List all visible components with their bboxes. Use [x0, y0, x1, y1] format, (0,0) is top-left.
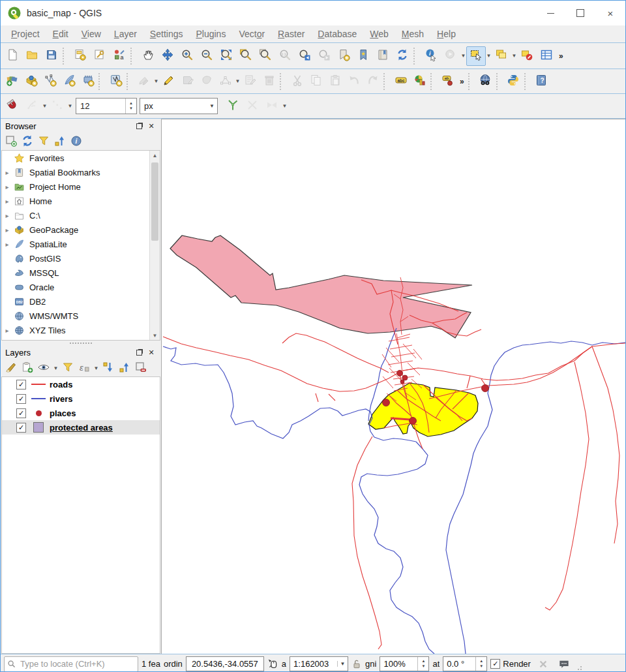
delete-selected-button[interactable] [260, 72, 278, 91]
topological-editing-button[interactable] [223, 97, 243, 116]
scrollbar-thumb[interactable] [151, 162, 158, 241]
expander-icon[interactable]: ▸ [2, 183, 12, 191]
select-features-dropdown-icon[interactable]: ▼ [486, 53, 492, 59]
select-by-form-dropdown-icon[interactable]: ▼ [511, 53, 517, 59]
scrollbar-track[interactable] [150, 160, 160, 331]
locator-input[interactable] [19, 658, 138, 669]
browser-float-button[interactable] [134, 121, 144, 130]
browser-item-favorites[interactable]: Favorites [2, 151, 160, 165]
browser-item-postgis[interactable]: PostGIS [2, 251, 160, 266]
browser-item-spatial-bookmarks[interactable]: ▸Spatial Bookmarks [2, 165, 160, 179]
identify-features-button[interactable]: i [421, 46, 441, 66]
open-layer-styling-button[interactable] [4, 361, 18, 375]
map-canvas[interactable] [161, 119, 625, 654]
remove-layer-button[interactable] [134, 361, 148, 375]
cut-features-button[interactable] [288, 72, 306, 91]
browser-item-wms-wmts[interactable]: WMS/WMTS [2, 309, 160, 323]
layers-close-button[interactable]: ✕ [146, 348, 156, 357]
menu-view[interactable]: View [75, 27, 108, 41]
save-project-button[interactable] [42, 46, 61, 66]
maximize-button[interactable] [565, 1, 595, 25]
highlight-pinned-labels-button[interactable]: ab [438, 72, 457, 91]
coordinate-box[interactable]: 20.5436,-34.0557 [186, 656, 264, 671]
menu-project[interactable]: Project [5, 27, 46, 41]
browser-add-layers-button[interactable] [4, 134, 18, 149]
zoom-to-selection-button[interactable] [236, 46, 256, 66]
snapping-tolerance-spinbox[interactable]: 12 ▲▼ [76, 98, 137, 114]
vertex-tool-dropdown-icon[interactable]: ▼ [235, 78, 241, 84]
browser-close-button[interactable]: ✕ [146, 121, 156, 130]
menu-raster[interactable]: Raster [271, 27, 311, 41]
menu-vector[interactable]: Vector [232, 27, 271, 41]
browser-item-home[interactable]: ▸Home [2, 194, 160, 208]
snapping-mode-button[interactable] [22, 97, 42, 116]
pan-to-selection-button[interactable] [158, 46, 177, 66]
close-button[interactable]: × [595, 1, 625, 25]
layers-float-button[interactable] [134, 348, 144, 357]
snapping-type-dropdown-icon[interactable]: ▼ [67, 103, 73, 109]
zoom-out-button[interactable] [197, 46, 216, 66]
messages-icon[interactable] [558, 659, 570, 669]
menu-help[interactable]: Help [430, 27, 462, 41]
expander-icon[interactable]: ▸ [2, 226, 12, 234]
select-by-form-button[interactable] [492, 46, 511, 66]
layer-visibility-checkbox[interactable]: ✓ [16, 394, 26, 404]
layer-diagram-button[interactable] [410, 72, 429, 91]
scroll-up-icon[interactable]: ▲ [153, 151, 158, 160]
resize-grip[interactable] [574, 665, 582, 672]
browser-item-project-home[interactable]: ▸Project Home [2, 179, 160, 194]
expander-icon[interactable]: ▸ [2, 212, 12, 219]
help-contents-button[interactable]: ? [532, 72, 551, 91]
zoom-native-button[interactable]: 1:1 [275, 46, 295, 66]
layer-visibility-checkbox[interactable]: ✓ [16, 408, 26, 418]
minimize-button[interactable] [535, 1, 565, 25]
expand-all-button[interactable] [101, 361, 115, 375]
modify-attributes-button[interactable] [241, 72, 260, 91]
zoom-next-button[interactable] [314, 46, 334, 66]
new-geopackage-button[interactable] [22, 72, 40, 91]
zoom-full-button[interactable] [216, 46, 236, 66]
zoom-in-button[interactable] [177, 46, 197, 66]
run-feature-action-button[interactable] [441, 46, 460, 66]
data-source-manager-button[interactable] [3, 72, 22, 91]
snapping-mode-dropdown-icon[interactable]: ▼ [42, 103, 48, 109]
new-spatial-bookmark-button[interactable] [334, 46, 353, 66]
enable-tracing-button[interactable] [262, 97, 282, 116]
filter-by-expression-button[interactable]: ε [77, 361, 91, 375]
menu-settings[interactable]: Settings [143, 27, 190, 41]
zoom-last-button[interactable] [295, 46, 314, 66]
expander-icon[interactable]: ▸ [2, 241, 12, 248]
toolbar-overflow-2-button[interactable]: » [457, 77, 467, 86]
show-layout-manager-button[interactable] [90, 46, 110, 66]
browser-item-c[interactable]: ▸C:\ [2, 208, 160, 222]
pan-map-button[interactable] [138, 46, 158, 66]
snapping-tolerance-stepper[interactable]: ▲▼ [125, 99, 136, 114]
menu-layer[interactable]: Layer [108, 27, 143, 41]
show-bookmark-manager-button[interactable] [373, 46, 393, 66]
magnifier-spinbox[interactable]: 100% ▲▼ [380, 656, 429, 671]
rotation-stepper[interactable]: ▲▼ [475, 657, 486, 671]
collapse-all-button[interactable] [117, 361, 132, 375]
layer-item-rivers[interactable]: ✓rivers [2, 391, 160, 406]
menu-database[interactable]: Database [311, 27, 363, 41]
expander-icon[interactable]: ▸ [2, 327, 12, 334]
browser-refresh-button[interactable] [20, 134, 35, 149]
manage-visibility-button[interactable] [37, 361, 51, 375]
vertex-tool-button[interactable] [216, 72, 235, 91]
toolbar-overflow-1-button[interactable]: » [556, 52, 566, 61]
layer-visibility-checkbox[interactable]: ✓ [16, 380, 26, 389]
lock-scale-icon[interactable] [351, 659, 362, 669]
expander-icon[interactable]: ▸ [2, 169, 12, 176]
render-checkbox[interactable]: ✓ [490, 659, 500, 669]
python-console-button[interactable] [504, 72, 523, 91]
extents-mouse-icon[interactable] [267, 658, 278, 669]
manage-visibility-dropdown-icon[interactable]: ▼ [53, 365, 59, 371]
snapping-units-combo[interactable]: px ▼ [140, 98, 218, 114]
browser-item-oracle[interactable]: Oracle [2, 280, 160, 294]
browser-item-spatialite[interactable]: ▸SpatiaLite [2, 237, 160, 251]
select-features-button[interactable] [466, 46, 486, 66]
copy-features-button[interactable] [306, 72, 325, 91]
scale-dropdown-icon[interactable]: ▼ [337, 661, 348, 667]
browser-collapse-all-button[interactable] [53, 134, 67, 149]
browser-item-geopackage[interactable]: ▸GeoPackage [2, 222, 160, 237]
